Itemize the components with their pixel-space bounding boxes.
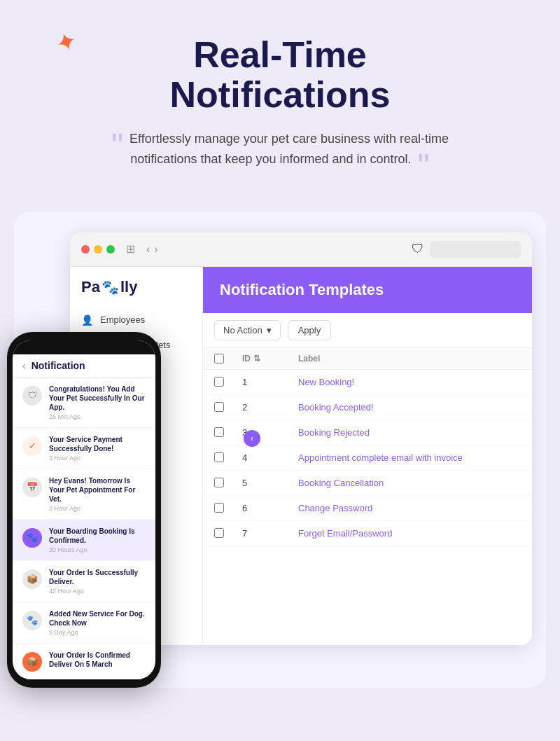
row-label[interactable]: Change Password — [298, 503, 521, 513]
logo-paw-icon: 🐾 — [102, 279, 119, 296]
notif-time: 3 Hour Ago — [49, 505, 146, 512]
row-id: 2 — [242, 402, 298, 413]
browser-search-bar[interactable] — [430, 241, 521, 258]
notif-icon: 📦 — [22, 652, 42, 672]
row-checkbox-cell — [214, 402, 242, 412]
row-id: 6 — [242, 503, 298, 513]
row-checkbox-cell — [214, 503, 242, 513]
table-header: ID ⇅ Label — [203, 348, 532, 370]
notif-time: 42 Hour Ago — [49, 588, 146, 595]
row-checkbox-cell — [214, 528, 242, 538]
dropdown-arrow-icon: ▾ — [267, 325, 272, 335]
row-label[interactable]: Appointment complete email with invoice — [298, 452, 521, 463]
sidebar-toggle-button[interactable]: ‹ — [244, 430, 260, 447]
row-id: 7 — [242, 528, 298, 539]
row-id: 1 — [242, 377, 298, 387]
quote-right-icon: " — [418, 147, 430, 184]
notif-text-wrap: Your Service Payment Successfully Done! … — [49, 435, 146, 462]
notif-icon: 🐾 — [22, 528, 42, 548]
table-row: 6 Change Password — [203, 496, 532, 521]
close-dot[interactable] — [81, 245, 90, 254]
row-label[interactable]: Forget Email/Password — [298, 528, 521, 539]
browser-dots — [81, 245, 115, 254]
row-checkbox-cell — [214, 452, 242, 462]
th-label: Label — [298, 354, 521, 363]
notification-item[interactable]: 📦 Your Order Is Successfully Deliver. 42… — [13, 561, 155, 602]
phone-screen: ‹ Notification 🛡 Congratulations! You Ad… — [13, 340, 155, 679]
notif-icon: 📅 — [22, 478, 42, 497]
notif-time: 5 Day Ago — [49, 629, 146, 636]
hero-content: ✦ Real-TimeNotifications " Effortlessly … — [0, 0, 560, 191]
notification-item[interactable]: 📅 Hey Evans! Tomorrow Is Your Pet Appoin… — [13, 469, 155, 520]
row-id: 5 — [242, 478, 298, 488]
hero-subtitle: " Effortlessly manage your pet care busi… — [98, 129, 462, 169]
notif-text: Your Service Payment Successfully Done! — [49, 435, 146, 453]
nav-back-icon[interactable]: ‹ — [146, 243, 150, 256]
nav-forward-icon[interactable]: › — [154, 243, 158, 256]
content-header: Notification Templates — [203, 267, 532, 313]
notif-time: 25 Min Ago — [49, 413, 146, 420]
phone-overlay: ‹ Notification 🛡 Congratulations! You Ad… — [7, 332, 161, 688]
notification-item[interactable]: ✓ Your Service Payment Successfully Done… — [13, 428, 155, 469]
phone-notch-bar — [63, 344, 105, 351]
row-checkbox[interactable] — [214, 503, 224, 513]
action-dropdown[interactable]: No Action ▾ — [214, 320, 281, 340]
notif-text: Congratulations! You Add Your Pet Succes… — [49, 385, 146, 412]
notif-time: 30 Hours Ago — [49, 546, 146, 553]
notif-text-wrap: Your Order Is Confirmed Deliver On 5 Mar… — [49, 651, 146, 670]
apply-button[interactable]: Apply — [288, 320, 332, 340]
row-label[interactable]: Booking Rejected — [298, 427, 521, 438]
phone-frame: ‹ Notification 🛡 Congratulations! You Ad… — [7, 332, 161, 688]
table-row: 4 Appointment complete email with invoic… — [203, 445, 532, 471]
notif-text-wrap: Congratulations! You Add Your Pet Succes… — [49, 385, 146, 420]
row-checkbox[interactable] — [214, 377, 224, 387]
row-checkbox[interactable] — [214, 427, 224, 437]
row-label[interactable]: New Booking! — [298, 377, 521, 387]
notification-item[interactable]: 🐾 Added New Service For Dog. Check Now 5… — [13, 602, 155, 644]
row-label[interactable]: Booking Cancellation — [298, 478, 521, 488]
logo: Pa 🐾 lly — [70, 278, 202, 307]
notif-text: Your Order Is Successfully Deliver. — [49, 568, 146, 586]
notif-icon: 🐾 — [22, 611, 42, 630]
notification-item[interactable]: 📦 Your Order Is Confirmed Deliver On 5 M… — [13, 644, 155, 679]
row-checkbox[interactable] — [214, 528, 224, 538]
notif-text: Hey Evans! Tomorrow Is Your Pet Appointm… — [49, 476, 146, 504]
row-checkbox[interactable] — [214, 478, 224, 487]
content-header-title: Notification Templates — [220, 281, 515, 299]
hero-title: Real-TimeNotifications — [56, 35, 504, 115]
notif-time: 3 Hour Ago — [49, 455, 146, 462]
main-card: ‹ Notification 🛡 Congratulations! You Ad… — [14, 212, 546, 688]
employees-icon: 👤 — [81, 314, 93, 326]
notif-text-wrap: Hey Evans! Tomorrow Is Your Pet Appointm… — [49, 476, 146, 512]
maximize-dot[interactable] — [106, 245, 115, 254]
th-checkbox — [214, 354, 242, 363]
logo-suffix: lly — [120, 278, 137, 296]
table-row: 1 New Booking! — [203, 370, 532, 395]
notif-icon: 📦 — [22, 569, 42, 589]
sidebar-item-employees[interactable]: 👤 Employees — [70, 307, 202, 333]
row-checkbox[interactable] — [214, 402, 224, 412]
phone-header: ‹ Notification — [13, 354, 155, 378]
logo-text: Pa — [81, 278, 100, 296]
notif-text-wrap: Your Boarding Booking Is Confirmed. 30 H… — [49, 527, 146, 553]
main-content: Notification Templates No Action ▾ Apply… — [203, 267, 532, 645]
browser-bar: ⊞ ‹ › 🛡 — [70, 233, 532, 267]
row-checkbox-cell — [214, 427, 242, 437]
row-checkbox[interactable] — [214, 452, 224, 462]
notification-item[interactable]: 🛡 Congratulations! You Add Your Pet Succ… — [13, 378, 155, 428]
notification-item[interactable]: 🐾 Your Boarding Booking Is Confirmed. 30… — [13, 520, 155, 561]
sidebar-item-label: Employees — [100, 314, 145, 325]
notif-text: Your Order Is Confirmed Deliver On 5 Mar… — [49, 651, 146, 669]
row-checkbox-cell — [214, 478, 242, 487]
minimize-dot[interactable] — [94, 245, 102, 254]
notif-text: Your Boarding Booking Is Confirmed. — [49, 527, 146, 545]
phone-back-icon[interactable]: ‹ — [22, 360, 26, 371]
row-checkbox-cell — [214, 377, 242, 387]
notif-icon: ✓ — [22, 436, 42, 456]
row-id: 4 — [242, 452, 298, 463]
header-checkbox[interactable] — [214, 354, 224, 363]
phone-screen-title: Notification — [31, 360, 85, 371]
table-row: 7 Forget Email/Password — [203, 521, 532, 546]
row-label[interactable]: Booking Accepted! — [298, 402, 521, 413]
sort-icon[interactable]: ⇅ — [253, 354, 260, 363]
